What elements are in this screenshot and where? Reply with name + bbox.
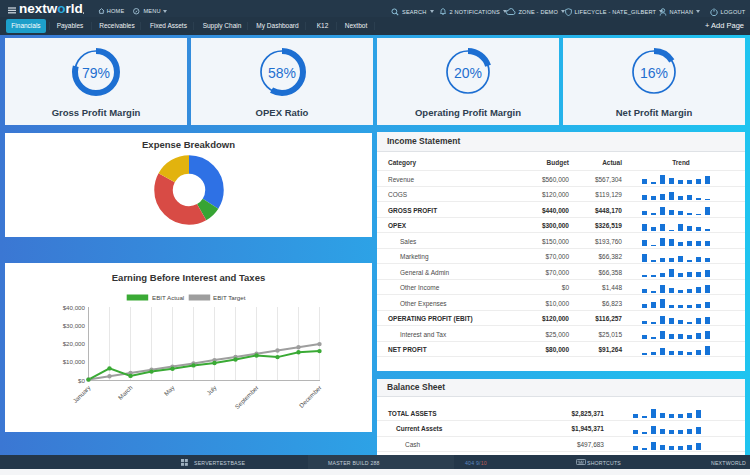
svg-text:$10,000: $10,000 [63, 358, 86, 365]
svg-text:September: September [233, 384, 259, 410]
svg-text:July: July [205, 383, 218, 396]
svg-text:$40,000: $40,000 [63, 304, 86, 311]
svg-text:EBIT Target: EBIT Target [213, 294, 246, 301]
svg-text:March: March [117, 383, 135, 401]
svg-text:$0: $0 [78, 377, 85, 384]
svg-text:$20,000: $20,000 [63, 340, 86, 347]
svg-text:January: January [71, 383, 92, 404]
svg-text:EBIT Actual: EBIT Actual [152, 294, 184, 301]
svg-text:$30,000: $30,000 [63, 322, 86, 329]
svg-text:December: December [298, 384, 323, 409]
svg-text:May: May [162, 383, 176, 397]
